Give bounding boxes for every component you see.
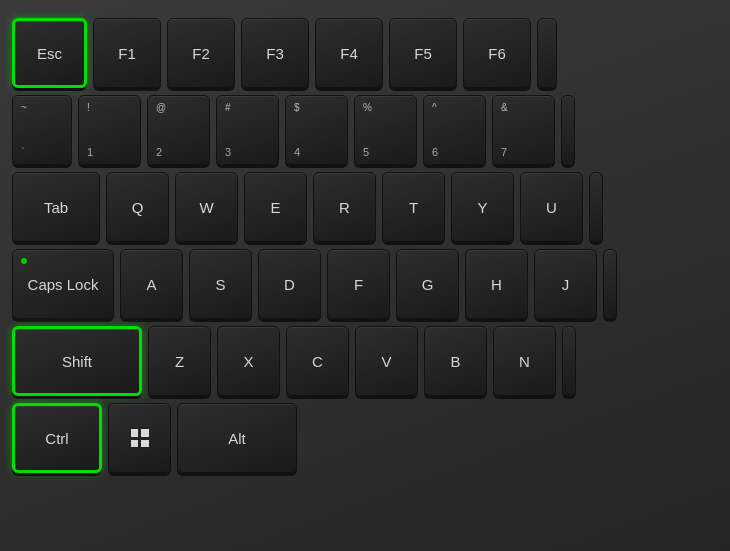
- key-5[interactable]: %5: [354, 95, 417, 165]
- key-f2[interactable]: F2: [167, 18, 235, 88]
- key-capslock[interactable]: Caps Lock: [12, 249, 114, 319]
- key-1[interactable]: !1: [78, 95, 141, 165]
- key-shift[interactable]: Shift: [12, 326, 142, 396]
- key-t[interactable]: T: [382, 172, 445, 242]
- key-partial-num[interactable]: [561, 95, 575, 165]
- key-w[interactable]: W: [175, 172, 238, 242]
- key-4[interactable]: $4: [285, 95, 348, 165]
- key-row-row-function: EscF1F2F3F4F5F6: [12, 18, 718, 88]
- key-y[interactable]: Y: [451, 172, 514, 242]
- key-g[interactable]: G: [396, 249, 459, 319]
- key-f[interactable]: F: [327, 249, 390, 319]
- key-q[interactable]: Q: [106, 172, 169, 242]
- key-alt[interactable]: Alt: [177, 403, 297, 473]
- key-row-row-zxcv: ShiftZXCVBN: [12, 326, 718, 396]
- key-6[interactable]: ^6: [423, 95, 486, 165]
- key-partial-q[interactable]: [589, 172, 603, 242]
- key-7[interactable]: &7: [492, 95, 555, 165]
- key-2[interactable]: @2: [147, 95, 210, 165]
- key-ctrl[interactable]: Ctrl: [12, 403, 102, 473]
- key-win[interactable]: [108, 403, 171, 473]
- key-row-row-number: ~`!1@2#3$4%5^6&7: [12, 95, 718, 165]
- key-f1[interactable]: F1: [93, 18, 161, 88]
- key-row-row-qwerty: TabQWERTYU: [12, 172, 718, 242]
- key-partial-a[interactable]: [603, 249, 617, 319]
- key-u[interactable]: U: [520, 172, 583, 242]
- keyboard: EscF1F2F3F4F5F6~`!1@2#3$4%5^6&7TabQWERTY…: [0, 0, 730, 551]
- key-backtick[interactable]: ~`: [12, 95, 72, 165]
- key-j[interactable]: J: [534, 249, 597, 319]
- key-3[interactable]: #3: [216, 95, 279, 165]
- key-x[interactable]: X: [217, 326, 280, 396]
- key-f3[interactable]: F3: [241, 18, 309, 88]
- key-esc[interactable]: Esc: [12, 18, 87, 88]
- key-e[interactable]: E: [244, 172, 307, 242]
- key-v[interactable]: V: [355, 326, 418, 396]
- key-c[interactable]: C: [286, 326, 349, 396]
- key-f6[interactable]: F6: [463, 18, 531, 88]
- key-z[interactable]: Z: [148, 326, 211, 396]
- key-d[interactable]: D: [258, 249, 321, 319]
- key-a[interactable]: A: [120, 249, 183, 319]
- key-b[interactable]: B: [424, 326, 487, 396]
- key-tab[interactable]: Tab: [12, 172, 100, 242]
- key-f6partial[interactable]: [537, 18, 557, 88]
- key-s[interactable]: S: [189, 249, 252, 319]
- key-n[interactable]: N: [493, 326, 556, 396]
- key-row-row-ctrl: CtrlAlt: [12, 403, 718, 473]
- key-r[interactable]: R: [313, 172, 376, 242]
- key-row-row-asdf: Caps LockASDFGHJ: [12, 249, 718, 319]
- key-f4[interactable]: F4: [315, 18, 383, 88]
- key-partial-z[interactable]: [562, 326, 576, 396]
- key-f5[interactable]: F5: [389, 18, 457, 88]
- key-h[interactable]: H: [465, 249, 528, 319]
